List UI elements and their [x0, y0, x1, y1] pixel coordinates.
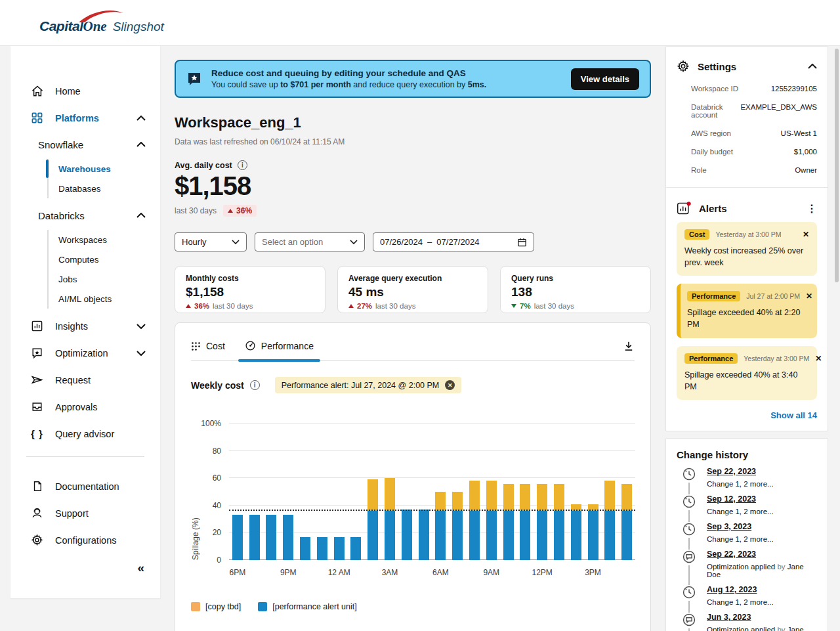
sidebar-item-databases[interactable]: Databases [49, 179, 160, 198]
sidebar-item-warehouses[interactable]: Warehouses [49, 159, 160, 179]
bar-4AM [402, 510, 412, 560]
info-icon[interactable]: i [250, 380, 260, 390]
alert-text: Spillage exceeded 40% at 3:40 PM [684, 369, 809, 393]
sidebar-item-documentation[interactable]: Documentation [10, 473, 160, 500]
banner-text-part: You could save up [211, 80, 280, 89]
sidebar-item-request[interactable]: Request [10, 366, 160, 393]
tab-performance[interactable]: Performance [245, 340, 314, 360]
optimization-chat-icon [682, 613, 696, 627]
legend-swatch-icon [258, 602, 267, 611]
y-tick-label: 0 [217, 555, 221, 565]
chevron-up-icon[interactable] [808, 64, 817, 69]
gear-icon [30, 534, 44, 546]
bar-5AM [419, 510, 429, 560]
bar-5PM [621, 511, 632, 560]
sidebar-item-support[interactable]: Support [10, 500, 160, 527]
change-clock-icon [682, 522, 696, 536]
bar-1AM [350, 537, 361, 560]
view-details-button[interactable]: View details [571, 68, 639, 90]
sidebar-section-databricks[interactable]: Databricks [10, 202, 160, 228]
change-date-link[interactable]: Sep 3, 2023 [707, 522, 774, 531]
bar-12AM [334, 537, 345, 560]
bar-top-9AM [486, 481, 497, 511]
sidebar-item-label: Optimization [55, 348, 108, 359]
gridline [229, 423, 635, 424]
chevron-down-icon[interactable] [136, 324, 146, 329]
change-date-link[interactable]: Sep 12, 2023 [707, 494, 774, 504]
sidebar-item-insights[interactable]: Insights [10, 313, 160, 339]
trend-badge: 36% [223, 205, 257, 217]
recommendation-banner: Reduce cost and queuing by editing your … [175, 60, 651, 98]
change-summary: Optimization applied by Jane Doe [707, 563, 817, 578]
bar-6PM [232, 515, 243, 560]
trend-up-icon [348, 304, 354, 308]
change-summary: Optimization applied by Jane Doe [707, 626, 817, 631]
bar-top-8AM [469, 481, 480, 511]
tab-label: Cost [206, 341, 225, 351]
sidebar-item-label: Jobs [58, 274, 77, 284]
sidebar-item-computes[interactable]: Computes [49, 250, 160, 269]
chevron-up-icon[interactable] [136, 142, 146, 147]
sidebar-section-snowflake[interactable]: Snowflake [10, 131, 160, 158]
sidebar-item-configurations[interactable]: Configurations [10, 527, 160, 554]
cost-dots-icon [191, 341, 201, 351]
settings-row: Workspace ID12552399105 [677, 79, 817, 98]
chip-close-icon[interactable]: ✕ [445, 380, 455, 390]
chevron-up-icon[interactable] [136, 116, 146, 121]
sidebar-item-optimization[interactable]: Optimization [10, 339, 160, 366]
sidebar-item-label: Databases [58, 184, 101, 194]
change-date-link[interactable]: Sep 22, 2023 [707, 467, 774, 476]
settings-row: Databrick accountEXAMPLE_DBX_AWS [677, 98, 817, 124]
alerts-chart-icon [677, 201, 691, 215]
close-icon[interactable]: ✕ [806, 292, 812, 301]
sidebar-item-home[interactable]: Home [10, 77, 160, 104]
change-date-link[interactable]: Aug 12, 2023 [707, 585, 774, 594]
avg-daily-cost-label: Avg. daily cost [175, 161, 232, 170]
settings-label: Daily budget [691, 148, 733, 156]
option-select[interactable]: Select an option [255, 232, 365, 251]
y-tick-label: 20 [213, 528, 221, 537]
bar-top-4PM [604, 481, 615, 511]
info-icon[interactable]: i [238, 160, 247, 170]
download-icon[interactable] [623, 340, 635, 360]
sidebar-item-query-advisor[interactable]: { } Query advisor [10, 420, 160, 447]
sidebar-item-workspaces[interactable]: Workspaces [49, 230, 160, 250]
capital-one-slingshot-logo[interactable]: Capital One Slingshot [39, 18, 164, 35]
metric-card-query-execution: Average query execution 45 ms 27%last 30… [337, 266, 488, 313]
show-all-alerts-link[interactable]: Show all 14 [677, 408, 817, 420]
settings-row: Daily budget$1,000 [677, 142, 817, 161]
sidebar-collapse-button[interactable]: « [137, 561, 144, 574]
bar-top-7AM [452, 492, 463, 511]
date-range-picker[interactable]: 07/26/2024 – 07/27/2024 [373, 232, 534, 251]
chevron-down-icon[interactable] [136, 351, 146, 356]
sidebar-item-label: Workspaces [58, 235, 107, 245]
close-icon[interactable]: ✕ [815, 354, 822, 363]
databricks-subnav: Workspaces Computes Jobs AI/ML objects [47, 230, 160, 309]
sidebar-item-platforms[interactable]: Platforms [10, 104, 160, 131]
sidebar-item-approvals[interactable]: Approvals [10, 393, 160, 420]
kebab-menu-icon[interactable]: ⋮ [807, 202, 817, 215]
x-tick-label: 12PM [532, 568, 552, 577]
bar-8PM [266, 515, 276, 560]
insights-chart-icon [30, 320, 44, 332]
chevron-up-icon[interactable] [136, 213, 146, 218]
settings-value: Owner [795, 166, 817, 174]
sidebar-item-aiml-objects[interactable]: AI/ML objects [49, 289, 160, 309]
gear-icon [677, 60, 690, 73]
change-date-link[interactable]: Sep 22, 2023 [707, 550, 817, 559]
banner-text-part: and reduce query execution by [351, 80, 468, 89]
bar-6AM [435, 511, 446, 560]
alert-item-performance-selected: Performance Jul 27 at 2:00 PM ✕ Spillage… [677, 284, 817, 337]
alert-time: Jul 27 at 2:00 PM [746, 292, 800, 300]
close-icon[interactable]: ✕ [803, 230, 809, 239]
sidebar-item-label: Query advisor [55, 429, 114, 439]
tab-cost[interactable]: Cost [191, 341, 225, 360]
settings-label: Databrick account [691, 103, 740, 119]
performance-alert-chip: Performance alert: Jul 27, 2024 @ 2:00 P… [275, 377, 462, 393]
sidebar-item-jobs[interactable]: Jobs [49, 269, 160, 289]
granularity-select[interactable]: Hourly [175, 232, 247, 251]
alert-time: Yesterday at 3:00 PM [715, 230, 781, 238]
page-scrollbar-thumb[interactable] [835, 49, 839, 282]
sidebar-item-label: Support [55, 508, 89, 519]
change-date-link[interactable]: Jun 3, 2023 [707, 613, 817, 622]
